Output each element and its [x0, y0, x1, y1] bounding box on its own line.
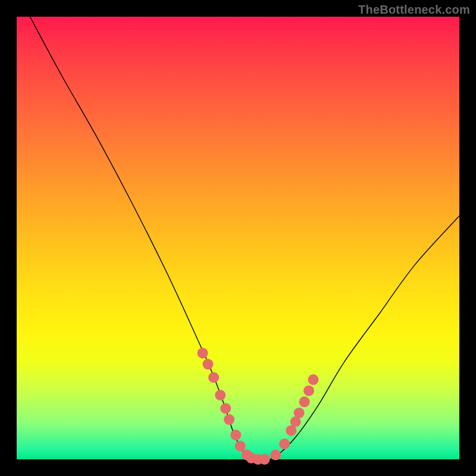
marker-dot	[208, 372, 219, 383]
marker-dot	[294, 408, 305, 418]
plot-area	[17, 17, 459, 459]
watermark-text: TheBottleneck.com	[358, 3, 470, 17]
marker-dot	[259, 454, 270, 465]
marker-dot	[299, 396, 310, 407]
marker-dot	[308, 374, 318, 385]
marker-dot	[220, 403, 231, 414]
marker-dot	[270, 450, 281, 461]
marker-dot	[224, 414, 234, 425]
marker-dot	[303, 386, 314, 396]
highlight-markers	[197, 347, 318, 465]
curve-svg	[17, 17, 459, 459]
chart-stage: TheBottleneck.com	[0, 0, 476, 476]
bottleneck-curve	[30, 17, 459, 460]
marker-dot	[279, 439, 290, 449]
marker-dot	[215, 390, 226, 400]
marker-dot	[235, 441, 246, 452]
marker-dot	[197, 347, 208, 358]
marker-dot	[230, 430, 241, 440]
marker-dot	[202, 359, 213, 369]
